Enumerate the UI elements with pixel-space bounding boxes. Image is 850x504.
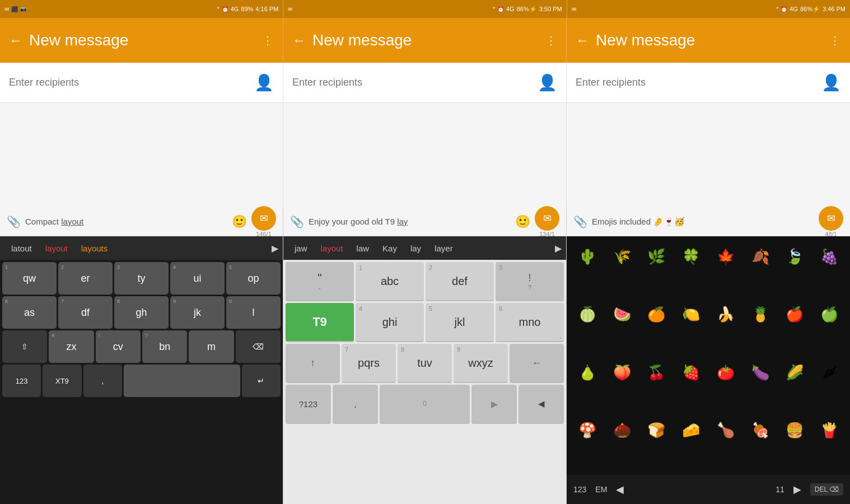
emoji-em-btn[interactable]: EM [595,485,607,494]
t9-key-punct[interactable]: " - [286,262,354,301]
t9-key-6[interactable]: 6 mno , [496,303,564,342]
suggestion-2-2[interactable]: layout [314,236,350,260]
emoji-pineapple[interactable]: 🍍 [744,299,777,330]
send-button-3[interactable]: ✉ [819,206,843,231]
key-xt9[interactable]: XT9 [43,365,81,397]
suggestion-1-2[interactable]: layout [39,236,74,260]
t9-key-4[interactable]: 4 ghi [356,303,424,342]
emoji-chestnut[interactable]: 🌰 [606,415,638,446]
key-backspace[interactable]: ⌫ [236,330,281,363]
attach-icon-3[interactable]: 📎 [573,215,587,228]
emoji-drumstick[interactable]: 🍗 [709,415,742,446]
t9-space[interactable]: 0 [380,385,470,424]
t9-key-mode[interactable]: T9 [286,303,354,342]
t9-enter[interactable]: ◀ [519,385,564,424]
emoji-del-btn[interactable]: DEL ⌫ [810,483,843,496]
more-button-1[interactable]: ⋮ [262,34,274,47]
t9-backspace[interactable]: ← [510,344,564,383]
key-bn[interactable]: ?bn [142,330,187,363]
t9-key-8[interactable]: 8 tuv [398,344,452,383]
suggestions-arrow-1[interactable]: ▶ [272,243,278,254]
emoji-mushroom[interactable]: 🍄 [571,415,604,446]
t9-comma[interactable]: , [333,385,378,424]
send-button-1[interactable]: ✉ [251,206,276,231]
contact-icon-1[interactable]: 👤 [254,73,274,92]
key-enter[interactable]: ↵ [242,365,281,397]
emoji-sheaf[interactable]: 🌾 [606,241,638,272]
suggestion-2-1[interactable]: jaw [288,236,314,260]
emoji-corn[interactable]: 🌽 [779,357,811,388]
suggestion-2-4[interactable]: Kay [376,236,404,260]
back-button-3[interactable]: ← [576,32,589,48]
emoji-strawberry[interactable]: 🍓 [675,357,707,388]
emoji-cactus[interactable]: 🌵 [571,241,604,272]
suggestion-2-3[interactable]: law [350,236,376,260]
emoji-meat[interactable]: 🍖 [744,415,777,446]
emoji-fallen-leaf[interactable]: 🍂 [744,241,777,272]
emoji-tangerine[interactable]: 🍊 [641,299,673,330]
key-gh[interactable]: 8gh [114,296,169,329]
key-ty[interactable]: 3ty [114,262,169,295]
more-button-2[interactable]: ⋮ [545,34,557,47]
emoji-grapes[interactable]: 🍇 [813,241,846,272]
key-as[interactable]: 6as [2,296,57,329]
emoji-prev[interactable]: ◀ [616,483,624,496]
send-button-2[interactable]: ✉ [535,206,559,231]
emoji-watermelon[interactable]: 🍉 [606,299,638,330]
suggestion-2-6[interactable]: layer [428,236,460,260]
emoji-bread[interactable]: 🍞 [641,415,673,446]
t9-key-1[interactable]: 1 abc [356,262,424,301]
key-df[interactable]: 7df [58,296,113,329]
more-button-3[interactable]: ⋮ [829,34,841,47]
emoji-button-2[interactable]: 🙂 [515,214,530,229]
recipient-input-2[interactable] [292,77,538,88]
emoji-apple-red[interactable]: 🍎 [779,299,811,330]
t9-shift[interactable]: ↑ [286,344,340,383]
emoji-next[interactable]: ▶ [793,483,801,496]
key-space[interactable] [124,365,240,397]
key-123[interactable]: 123 [2,365,41,397]
contact-icon-2[interactable]: 👤 [538,73,557,92]
key-l[interactable]: 0l [226,296,281,329]
emoji-tomato[interactable]: 🍅 [709,357,742,388]
suggestion-1-3[interactable]: layouts [74,236,115,260]
emoji-banana[interactable]: 🍌 [709,299,742,330]
t9-send[interactable]: ▶ [471,385,517,424]
emoji-burger[interactable]: 🍔 [779,415,811,446]
emoji-herb[interactable]: 🌿 [641,241,673,272]
key-qw[interactable]: 1qw [2,262,57,295]
emoji-apple-green[interactable]: 🍏 [813,299,846,330]
emoji-eggplant[interactable]: 🍆 [744,357,777,388]
back-button-2[interactable]: ← [292,32,306,48]
emoji-peach[interactable]: 🍑 [606,357,638,388]
contact-icon-3[interactable]: 👤 [821,73,841,92]
key-op[interactable]: 5op [226,262,281,295]
emoji-cherries[interactable]: 🍒 [641,357,673,388]
key-comma[interactable]: , [83,365,122,397]
emoji-lemon[interactable]: 🍋 [675,299,707,330]
attach-icon-2[interactable]: 📎 [290,215,304,228]
emoji-cheese[interactable]: 🧀 [675,415,707,446]
emoji-pepper[interactable]: 🌶 [813,357,846,388]
t9-key-excl[interactable]: 3 ! ? [496,262,564,301]
emoji-leaf[interactable]: 🍃 [779,241,811,272]
recipient-input-1[interactable] [9,77,254,88]
key-ui[interactable]: 4ui [170,262,225,295]
t9-key-9[interactable]: 9 wxyz [454,344,508,383]
emoji-melon[interactable]: 🍈 [571,299,604,330]
suggestion-2-5[interactable]: lay [404,236,428,260]
key-shift[interactable]: ⇧ [2,330,47,363]
key-zx[interactable]: #zx [49,330,94,363]
back-button-1[interactable]: ← [9,32,22,48]
key-m[interactable]: m [189,330,233,363]
recipient-input-3[interactable] [576,77,821,88]
emoji-fries[interactable]: 🍟 [813,415,846,446]
t9-key-2[interactable]: 2 def [426,262,494,301]
t9-key-5[interactable]: 5 jkl [426,303,494,342]
emoji-maple[interactable]: 🍁 [709,241,742,272]
key-er[interactable]: 2er [58,262,113,295]
emoji-clover[interactable]: 🍀 [675,241,707,272]
key-jk[interactable]: 9jk [170,296,225,329]
suggestion-1-1[interactable]: latout [4,236,39,260]
suggestions-arrow-2[interactable]: ▶ [555,243,562,254]
